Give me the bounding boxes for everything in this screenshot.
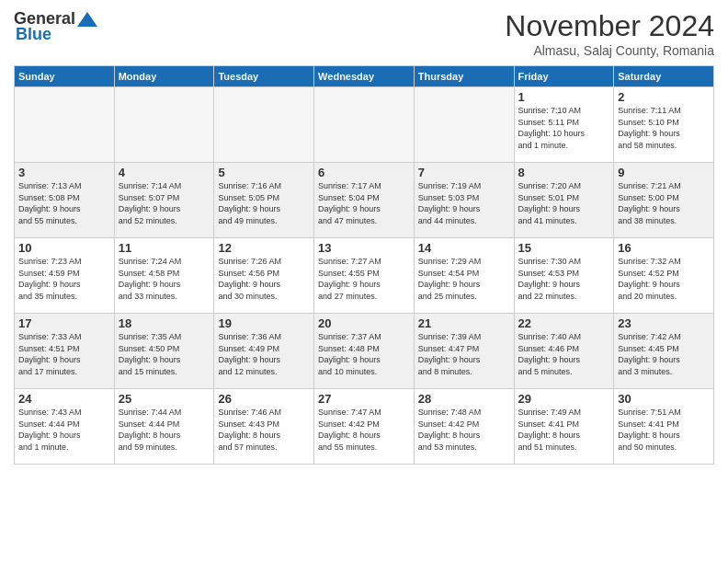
day-number: 12 <box>218 241 310 255</box>
day-number: 9 <box>618 166 710 179</box>
day-number: 8 <box>518 166 610 179</box>
day-number: 3 <box>18 166 110 179</box>
day-number: 2 <box>618 90 710 104</box>
calendar-cell: 20Sunrise: 7:37 AM Sunset: 4:48 PM Dayli… <box>314 314 415 389</box>
day-number: 4 <box>119 166 210 179</box>
calendar-cell: 15Sunrise: 7:30 AM Sunset: 4:53 PM Dayli… <box>514 238 614 314</box>
weekday-header: Saturday <box>614 66 714 87</box>
calendar-cell: 29Sunrise: 7:49 AM Sunset: 4:41 PM Dayli… <box>514 389 614 465</box>
weekday-header: Thursday <box>414 66 514 87</box>
day-number: 25 <box>119 392 210 406</box>
calendar-week-row: 24Sunrise: 7:43 AM Sunset: 4:44 PM Dayli… <box>15 389 714 465</box>
weekday-header: Friday <box>514 66 614 87</box>
calendar-cell: 21Sunrise: 7:39 AM Sunset: 4:47 PM Dayli… <box>414 314 514 389</box>
day-info: Sunrise: 7:10 AM Sunset: 5:11 PM Dayligh… <box>518 105 610 151</box>
day-info: Sunrise: 7:48 AM Sunset: 4:42 PM Dayligh… <box>418 407 510 453</box>
calendar-cell: 3Sunrise: 7:13 AM Sunset: 5:08 PM Daylig… <box>15 163 115 238</box>
day-info: Sunrise: 7:39 AM Sunset: 4:47 PM Dayligh… <box>418 331 510 377</box>
day-info: Sunrise: 7:29 AM Sunset: 4:54 PM Dayligh… <box>418 256 510 302</box>
calendar-week-row: 3Sunrise: 7:13 AM Sunset: 5:08 PM Daylig… <box>15 163 714 238</box>
calendar-cell: 8Sunrise: 7:20 AM Sunset: 5:01 PM Daylig… <box>514 163 614 238</box>
day-info: Sunrise: 7:49 AM Sunset: 4:41 PM Dayligh… <box>518 407 610 453</box>
calendar-cell: 22Sunrise: 7:40 AM Sunset: 4:46 PM Dayli… <box>514 314 614 389</box>
calendar-cell: 25Sunrise: 7:44 AM Sunset: 4:44 PM Dayli… <box>114 389 214 465</box>
calendar-header-row: SundayMondayTuesdayWednesdayThursdayFrid… <box>15 66 714 87</box>
location: Almasu, Salaj County, Romania <box>505 43 714 58</box>
day-info: Sunrise: 7:13 AM Sunset: 5:08 PM Dayligh… <box>18 180 110 226</box>
calendar-cell: 19Sunrise: 7:36 AM Sunset: 4:49 PM Dayli… <box>214 314 314 389</box>
day-number: 30 <box>618 392 710 406</box>
calendar-cell: 24Sunrise: 7:43 AM Sunset: 4:44 PM Dayli… <box>15 389 115 465</box>
calendar-cell <box>15 87 115 163</box>
day-number: 7 <box>418 166 510 179</box>
calendar-cell: 6Sunrise: 7:17 AM Sunset: 5:04 PM Daylig… <box>314 163 415 238</box>
day-number: 27 <box>318 392 410 406</box>
day-info: Sunrise: 7:32 AM Sunset: 4:52 PM Dayligh… <box>618 256 710 302</box>
day-info: Sunrise: 7:40 AM Sunset: 4:46 PM Dayligh… <box>518 331 610 377</box>
calendar-cell: 23Sunrise: 7:42 AM Sunset: 4:45 PM Dayli… <box>614 314 714 389</box>
day-info: Sunrise: 7:37 AM Sunset: 4:48 PM Dayligh… <box>318 331 410 377</box>
day-number: 15 <box>518 241 610 255</box>
day-info: Sunrise: 7:23 AM Sunset: 4:59 PM Dayligh… <box>18 256 110 302</box>
calendar-week-row: 1Sunrise: 7:10 AM Sunset: 5:11 PM Daylig… <box>15 87 714 163</box>
day-info: Sunrise: 7:21 AM Sunset: 5:00 PM Dayligh… <box>618 180 710 226</box>
calendar-week-row: 10Sunrise: 7:23 AM Sunset: 4:59 PM Dayli… <box>15 238 714 314</box>
calendar-cell: 2Sunrise: 7:11 AM Sunset: 5:10 PM Daylig… <box>614 87 714 163</box>
calendar-week-row: 17Sunrise: 7:33 AM Sunset: 4:51 PM Dayli… <box>15 314 714 389</box>
day-info: Sunrise: 7:43 AM Sunset: 4:44 PM Dayligh… <box>18 407 110 453</box>
day-number: 16 <box>618 241 710 255</box>
day-number: 20 <box>318 316 410 330</box>
calendar-cell: 17Sunrise: 7:33 AM Sunset: 4:51 PM Dayli… <box>15 314 115 389</box>
calendar-cell: 5Sunrise: 7:16 AM Sunset: 5:05 PM Daylig… <box>214 163 314 238</box>
calendar-table: SundayMondayTuesdayWednesdayThursdayFrid… <box>14 65 714 465</box>
calendar-cell: 13Sunrise: 7:27 AM Sunset: 4:55 PM Dayli… <box>314 238 415 314</box>
day-number: 23 <box>618 316 710 330</box>
day-number: 13 <box>318 241 410 255</box>
day-info: Sunrise: 7:51 AM Sunset: 4:41 PM Dayligh… <box>618 407 710 453</box>
day-number: 1 <box>518 90 610 104</box>
weekday-header: Monday <box>114 66 214 87</box>
day-number: 10 <box>18 241 110 255</box>
svg-marker-0 <box>77 12 97 27</box>
day-info: Sunrise: 7:33 AM Sunset: 4:51 PM Dayligh… <box>18 331 110 377</box>
day-number: 17 <box>18 316 110 330</box>
day-number: 14 <box>418 241 510 255</box>
day-number: 19 <box>218 316 310 330</box>
day-info: Sunrise: 7:20 AM Sunset: 5:01 PM Dayligh… <box>518 180 610 226</box>
day-number: 6 <box>318 166 410 179</box>
title-block: November 2024 Almasu, Salaj County, Roma… <box>505 9 714 58</box>
weekday-header: Wednesday <box>314 66 415 87</box>
page-header: General Blue November 2024 Almasu, Salaj… <box>14 9 714 58</box>
day-info: Sunrise: 7:36 AM Sunset: 4:49 PM Dayligh… <box>218 331 310 377</box>
day-number: 22 <box>518 316 610 330</box>
calendar-cell <box>314 87 415 163</box>
calendar-cell: 28Sunrise: 7:48 AM Sunset: 4:42 PM Dayli… <box>414 389 514 465</box>
day-info: Sunrise: 7:26 AM Sunset: 4:56 PM Dayligh… <box>218 256 310 302</box>
calendar-cell: 7Sunrise: 7:19 AM Sunset: 5:03 PM Daylig… <box>414 163 514 238</box>
calendar-cell: 11Sunrise: 7:24 AM Sunset: 4:58 PM Dayli… <box>114 238 214 314</box>
day-number: 5 <box>218 166 310 179</box>
day-number: 18 <box>119 316 210 330</box>
day-info: Sunrise: 7:35 AM Sunset: 4:50 PM Dayligh… <box>119 331 210 377</box>
day-number: 24 <box>18 392 110 406</box>
logo: General Blue <box>14 9 97 44</box>
calendar-cell: 18Sunrise: 7:35 AM Sunset: 4:50 PM Dayli… <box>114 314 214 389</box>
month-title: November 2024 <box>505 9 714 43</box>
calendar-cell: 16Sunrise: 7:32 AM Sunset: 4:52 PM Dayli… <box>614 238 714 314</box>
calendar-cell <box>214 87 314 163</box>
calendar-cell: 30Sunrise: 7:51 AM Sunset: 4:41 PM Dayli… <box>614 389 714 465</box>
day-info: Sunrise: 7:11 AM Sunset: 5:10 PM Dayligh… <box>618 105 710 151</box>
day-info: Sunrise: 7:30 AM Sunset: 4:53 PM Dayligh… <box>518 256 610 302</box>
day-info: Sunrise: 7:27 AM Sunset: 4:55 PM Dayligh… <box>318 256 410 302</box>
day-info: Sunrise: 7:19 AM Sunset: 5:03 PM Dayligh… <box>418 180 510 226</box>
calendar-cell: 9Sunrise: 7:21 AM Sunset: 5:00 PM Daylig… <box>614 163 714 238</box>
day-info: Sunrise: 7:24 AM Sunset: 4:58 PM Dayligh… <box>119 256 210 302</box>
weekday-header: Tuesday <box>214 66 314 87</box>
calendar-cell <box>114 87 214 163</box>
calendar-cell: 10Sunrise: 7:23 AM Sunset: 4:59 PM Dayli… <box>15 238 115 314</box>
day-number: 28 <box>418 392 510 406</box>
calendar-cell: 12Sunrise: 7:26 AM Sunset: 4:56 PM Dayli… <box>214 238 314 314</box>
logo-blue: Blue <box>14 25 51 44</box>
logo-icon <box>77 10 97 29</box>
day-info: Sunrise: 7:46 AM Sunset: 4:43 PM Dayligh… <box>218 407 310 453</box>
